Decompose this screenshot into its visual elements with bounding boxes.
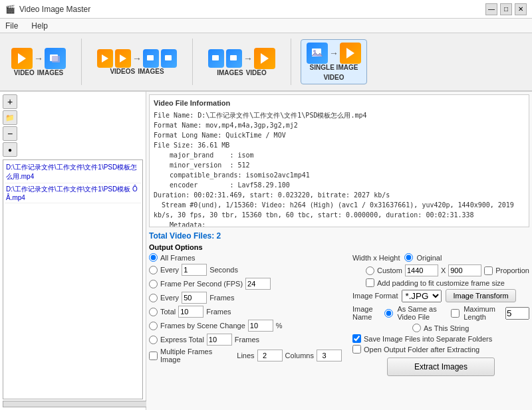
scrollbar[interactable] <box>3 401 149 407</box>
maximize-button[interactable]: □ <box>500 3 512 15</box>
fps-input[interactable] <box>245 278 271 290</box>
save-separate-checkbox[interactable] <box>352 334 361 343</box>
app-title: Video Image Master <box>19 5 90 14</box>
open-output-checkbox[interactable] <box>352 345 361 354</box>
options-columns: All Frames Every Seconds Frame Per Secon… <box>149 253 529 376</box>
images4-icon <box>208 49 224 68</box>
same-as-video-radio[interactable] <box>384 309 393 318</box>
video3-icon <box>340 43 361 64</box>
total-label: Total <box>160 308 176 316</box>
single-image-label: SINGLE IMAGE <box>310 64 358 71</box>
videos-icon2 <box>115 49 131 68</box>
fps-radio[interactable] <box>149 280 158 288</box>
add-padding-checkbox[interactable] <box>366 278 374 287</box>
file-list[interactable]: D:\工作记录文件\工作文件\文件1\PSD模板怎么用.mp4 D:\工作记录文… <box>3 159 143 399</box>
file-item-2[interactable]: D:\工作记录文件\工作文件\文件1\PSD模板 ÔÂ.mp4 <box>5 183 141 203</box>
close-button[interactable]: ✕ <box>515 3 527 15</box>
max-length-checkbox[interactable] <box>451 309 460 318</box>
every-seconds-radio[interactable] <box>149 266 158 274</box>
total-files-label: Total Video Files: 2 <box>149 231 529 241</box>
every2-label: Every <box>160 294 179 302</box>
frames-label: Frames <box>209 294 234 302</box>
max-length-label: Maximum Length <box>464 305 501 321</box>
express-total-radio[interactable] <box>149 336 158 344</box>
single-image-icon <box>307 43 328 64</box>
menubar: File Help <box>0 19 532 33</box>
video-label: VIDEO <box>14 69 35 76</box>
multiple-frames-label: Multiple Frames Image <box>160 348 234 363</box>
percent-label: % <box>276 322 283 330</box>
menu-file[interactable]: File <box>3 20 21 32</box>
videos-to-images-button[interactable]: → VIDEOS IMAGES <box>91 46 183 78</box>
max-length-input[interactable] <box>505 307 529 320</box>
scene-input[interactable] <box>248 320 273 332</box>
extract-images-button[interactable]: Extract Images <box>387 358 495 376</box>
images-label: IMAGES <box>37 69 63 76</box>
multiple-frames-checkbox[interactable] <box>149 352 158 360</box>
images3-label: IMAGES <box>217 69 243 76</box>
seconds-label: Seconds <box>209 266 238 274</box>
columns-label: Columns <box>285 352 314 359</box>
output-left-options: All Frames Every Seconds Frame Per Secon… <box>149 253 342 376</box>
custom-radio[interactable] <box>366 266 374 275</box>
svg-rect-2 <box>52 56 60 62</box>
arrow4-icon: → <box>329 48 338 58</box>
fps-label: Frame Per Second (FPS) <box>160 280 243 288</box>
original-label: Original <box>417 254 442 262</box>
svg-marker-4 <box>120 54 126 62</box>
every-frames-radio[interactable] <box>149 294 158 302</box>
single-image-to-video-button[interactable]: → SINGLE IMAGE VIDEO <box>301 39 367 84</box>
height-input[interactable] <box>448 264 481 276</box>
video-to-images-button[interactable]: → VIDEO IMAGES <box>5 45 72 80</box>
file-item-1[interactable]: D:\工作记录文件\工作文件\文件1\PSD模板怎么用.mp4 <box>5 161 141 183</box>
app-icon: 🎬 <box>5 5 15 14</box>
titlebar: 🎬 Video Image Master — □ ✕ <box>0 0 532 19</box>
svg-rect-7 <box>212 55 219 60</box>
images-icon <box>45 48 66 69</box>
open-output-label: Open Output Folder after Extracting <box>364 346 479 354</box>
every-frames-input[interactable] <box>182 292 207 304</box>
remove-file-button[interactable]: − <box>3 126 17 141</box>
svg-rect-5 <box>147 55 154 60</box>
add-file-button[interactable]: + <box>3 94 17 109</box>
video-info-content: File Name: D:\工作记录文件\工作文件\文件1\PSD模板怎么用.m… <box>154 110 525 228</box>
images5-icon <box>226 49 242 68</box>
arrow-icon: → <box>34 53 43 64</box>
express-label: Express Total <box>160 336 204 344</box>
images-to-video-button[interactable]: → IMAGES VIDEO <box>202 45 281 80</box>
total-input[interactable] <box>178 306 203 318</box>
columns-input[interactable] <box>317 350 342 361</box>
images3-icon <box>161 49 177 68</box>
as-string-radio[interactable] <box>412 324 421 332</box>
scene-change-radio[interactable] <box>149 322 158 330</box>
scene-change-label: Frames by Scene Change <box>160 322 245 330</box>
menu-help[interactable]: Help <box>29 20 51 32</box>
all-frames-radio[interactable] <box>149 253 158 262</box>
svg-marker-3 <box>102 54 108 62</box>
width-height-label: Width x Height <box>352 254 400 262</box>
svg-rect-6 <box>165 55 172 60</box>
arrow2-icon: → <box>132 53 142 64</box>
videos-icon <box>97 49 113 68</box>
video3-label: VIDEO <box>323 74 344 81</box>
original-radio[interactable] <box>404 253 413 262</box>
add-folder-button[interactable]: 📁 <box>3 110 17 125</box>
minimize-button[interactable]: — <box>485 3 497 15</box>
proportion-checkbox[interactable] <box>484 266 493 275</box>
express-input[interactable] <box>207 334 232 346</box>
video-icon <box>11 48 33 69</box>
clear-button[interactable]: ● <box>3 142 17 157</box>
left-panel: + 📁 − ● D:\工作记录文件\工作文件\文件1\PSD模板怎么用.mp4 … <box>0 92 146 410</box>
total-radio[interactable] <box>149 308 158 316</box>
lines-input[interactable] <box>257 350 283 361</box>
options-area: Total Video Files: 2 Output Options All … <box>149 231 529 376</box>
lines-label: Lines <box>237 352 254 359</box>
left-panel-controls: + 📁 − ● <box>3 94 143 157</box>
image-transform-button[interactable]: Image Transform <box>446 289 515 302</box>
width-input[interactable] <box>405 264 438 276</box>
svg-marker-9 <box>261 53 269 64</box>
every-seconds-input[interactable] <box>182 264 207 276</box>
as-string-label: As This String <box>424 324 469 332</box>
svg-marker-0 <box>18 53 26 64</box>
image-format-select[interactable]: *.JPG *.PNG *.BMP *.TIFF <box>402 290 442 302</box>
